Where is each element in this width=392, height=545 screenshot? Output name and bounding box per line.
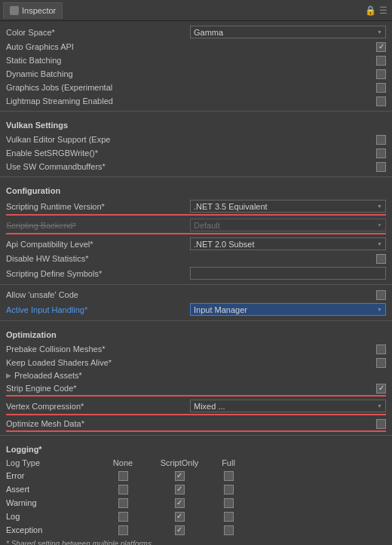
row-sw-commandbuffers: Use SW Commandbuffers* [0,160,392,173]
row-optimize-mesh: Optimize Mesh Data* [0,417,392,430]
log-error-scriptonly-checkbox[interactable] [175,471,185,481]
log-error-scriptonly [149,471,210,481]
log-col-scriptonly: ScriptOnly [149,458,210,467]
auto-graphics-value [376,42,386,52]
graphics-jobs-value [376,83,386,93]
api-compat-label: Api Compatibility Level* [6,240,190,249]
log-log-label: Log [6,512,96,521]
log-log-scriptonly-checkbox[interactable] [175,512,185,522]
inspector-content: Color Space* Gamma Auto Graphics API Sta… [0,21,392,545]
strip-engine-value [376,384,386,393]
log-row-log: Log [0,510,392,523]
optimize-mesh-redline [6,430,386,432]
log-warning-scriptonly-checkbox[interactable] [175,498,185,508]
log-log-none-checkbox[interactable] [118,512,128,522]
row-allow-unsafe: Allow 'unsafe' Code [0,288,392,302]
divider-5 [0,435,392,436]
lock-icon[interactable]: 🔒 [365,5,376,16]
row-vertex-compression: Vertex Compression* Mixed ... [0,398,392,414]
row-api-compat: Api Compatibility Level* .NET 2.0 Subset [0,236,392,252]
row-strip-engine: Strip Engine Code* [0,381,392,395]
allow-unsafe-checkbox[interactable] [376,290,386,300]
strip-engine-checkbox[interactable] [376,384,386,393]
prebake-collision-label: Prebake Collision Meshes* [6,344,376,354]
log-assert-full-checkbox[interactable] [224,485,234,494]
row-srgb-write: Enable SetSRGBWrite()* [0,146,392,160]
row-graphics-jobs: Graphics Jobs (Experimental [0,81,392,94]
sw-commandbuffers-checkbox[interactable] [376,162,386,172]
disable-hw-stats-label: Disable HW Statistics* [6,254,376,263]
divider-4 [0,320,392,321]
scripting-define-input[interactable] [190,267,386,280]
color-space-dropdown[interactable]: Gamma [190,26,386,38]
vulkan-editor-checkbox[interactable] [376,135,386,145]
log-warning-none [96,498,149,508]
log-exception-scriptonly-checkbox[interactable] [175,525,185,535]
disable-hw-stats-checkbox[interactable] [376,254,386,264]
optimize-mesh-checkbox[interactable] [376,419,386,429]
log-exception-none-checkbox[interactable] [118,525,128,535]
log-error-none-checkbox[interactable] [118,471,128,481]
graphics-jobs-checkbox[interactable] [376,83,386,93]
log-error-full-checkbox[interactable] [224,471,234,481]
scripting-backend-dropdown[interactable]: Default [190,219,386,231]
scripting-runtime-dropdown[interactable]: .NET 3.5 Equivalent [190,200,386,213]
log-row-exception: Exception [0,523,392,537]
divider-2 [0,176,392,177]
log-row-warning: Warning [0,496,392,510]
row-auto-graphics: Auto Graphics API [0,40,392,54]
color-space-value: Gamma [190,26,386,38]
keep-shaders-value [376,358,386,368]
log-exception-none [96,525,149,535]
api-compat-dropdown[interactable]: .NET 2.0 Subset [190,237,386,250]
active-input-dropdown[interactable]: Input Manager [190,303,386,316]
log-error-label: Error [6,471,96,480]
scripting-backend-label: Scripting Backend* [6,221,190,230]
prebake-collision-value [376,344,386,354]
log-col-full: Full [210,458,247,467]
keep-shaders-label: Keep Loaded Shaders Alive* [6,358,376,367]
log-col-none: None [96,458,149,467]
row-vulkan-editor: Vulkan Editor Support (Expe [0,133,392,146]
log-log-full-checkbox[interactable] [224,512,234,522]
inspector-tab[interactable]: Inspector [3,2,63,19]
scripting-runtime-value: .NET 3.5 Equivalent [190,200,386,213]
log-warning-none-checkbox[interactable] [118,498,128,508]
log-warning-full-checkbox[interactable] [224,498,234,508]
srgb-write-value [376,148,386,158]
vulkan-header: Vulkan Settings [0,115,392,133]
dynamic-batching-checkbox[interactable] [376,69,386,79]
menu-icon[interactable]: ☰ [379,5,387,16]
log-row-assert: Assert [0,482,392,496]
lightmap-streaming-checkbox[interactable] [376,96,386,106]
log-assert-none-checkbox[interactable] [118,485,128,494]
auto-graphics-checkbox[interactable] [376,42,386,52]
row-color-space: Color Space* Gamma [0,24,392,40]
keep-shaders-checkbox[interactable] [376,358,386,368]
log-exception-full [210,525,247,535]
log-error-full [210,471,247,481]
preloaded-assets-arrow[interactable]: ▶ [6,372,11,379]
row-preloaded-assets: ▶ Preloaded Assets* [0,369,392,381]
allow-unsafe-value [376,290,386,300]
configuration-header: Configuration [0,180,392,198]
static-batching-checkbox[interactable] [376,56,386,66]
vertex-compression-label: Vertex Compression* [6,402,190,411]
srgb-write-checkbox[interactable] [376,148,386,158]
prebake-collision-checkbox[interactable] [376,344,386,354]
tab-bar: Inspector 🔒 ☰ [0,0,392,21]
lightmap-streaming-label: Lightmap Streaming Enabled [6,96,376,106]
scripting-runtime-label: Scripting Runtime Version* [6,202,190,211]
allow-unsafe-label: Allow 'unsafe' Code [6,290,376,299]
log-assert-none [96,485,149,494]
log-warning-scriptonly [149,498,210,508]
vertex-compression-redline [6,414,386,415]
dynamic-batching-label: Dynamic Batching [6,69,376,78]
api-compat-value: .NET 2.0 Subset [190,237,386,250]
log-assert-label: Assert [6,485,96,494]
log-row-error: Error [0,469,392,482]
log-assert-scriptonly-checkbox[interactable] [175,485,185,494]
vertex-compression-dropdown[interactable]: Mixed ... [190,400,386,412]
log-log-full [210,512,247,522]
log-exception-full-checkbox[interactable] [224,525,234,535]
